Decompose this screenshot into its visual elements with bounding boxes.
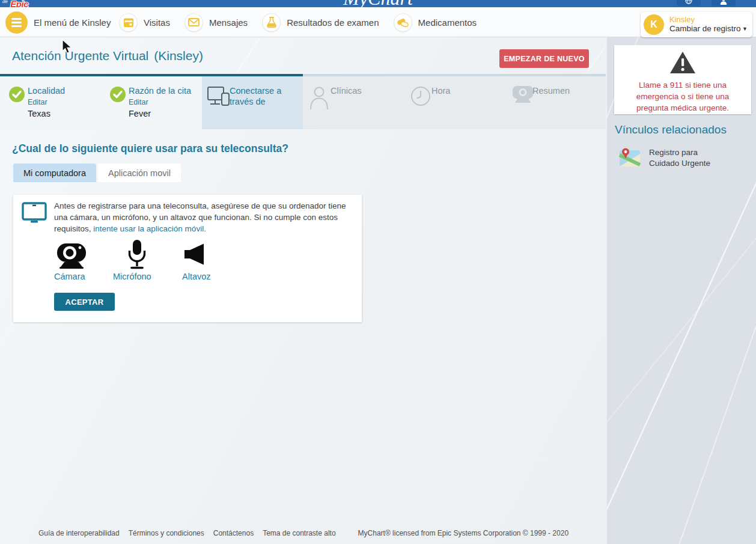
page-title-patient: (Kinsley): [154, 49, 203, 63]
avatar: K: [644, 14, 664, 35]
webcam-icon: [55, 243, 88, 269]
warning-triangle-icon: [669, 50, 697, 75]
tab-mi-computadora[interactable]: Mi computadora: [13, 164, 96, 182]
epic-logo: de Epic: [2, 0, 28, 7]
progress-bar-complete: [0, 74, 303, 76]
person-outline-icon: [309, 85, 329, 109]
menu-button[interactable]: [5, 11, 28, 34]
requirements-text: Antes de registrarse para una teleconsul…: [54, 200, 355, 234]
restart-button[interactable]: EMPEZAR DE NUEVO: [499, 49, 589, 68]
camera-label: Cámara: [54, 272, 85, 281]
progress-bar-remaining: [303, 74, 606, 76]
check-circle-icon: [109, 86, 126, 103]
main-content: Atención Urgente Virtual(Kinsley) EMPEZA…: [0, 37, 607, 544]
step-localidad: Localidad Editar Texas: [0, 76, 101, 129]
step-hora: Hora: [404, 76, 505, 129]
footer-link-contact[interactable]: Contáctenos: [213, 529, 254, 537]
related-links-title: Vínculos relacionados: [615, 123, 727, 136]
language-globe-button[interactable]: [677, 0, 701, 6]
flask-icon: [262, 13, 281, 32]
step-label: Localidad: [28, 85, 99, 96]
switch-record-label: Cambiar de registro: [669, 24, 741, 33]
person-icon: [718, 0, 730, 5]
microphone-label: Micrófono: [113, 272, 151, 281]
footer-link-terms[interactable]: Términos y condiciones: [129, 529, 204, 537]
user-switcher[interactable]: K Kinsley Cambiar de registro ▼: [641, 12, 752, 37]
step-label: Razón de la cita: [129, 85, 200, 96]
hamburger-icon: [11, 18, 22, 20]
tab-aplicacion-movil[interactable]: Aplicación movil: [98, 164, 181, 182]
emergency-warning-card: Llame a 911 si tiene una emergencia o si…: [614, 45, 751, 114]
microphone-icon: [126, 239, 148, 270]
step-label: Clínicas: [331, 85, 401, 96]
step-value: Fever: [129, 109, 200, 118]
footer-link-contrast[interactable]: Tema de contraste alto: [263, 529, 335, 537]
step-resumen: Resumen: [505, 76, 606, 129]
page-title: Atención Urgente Virtual(Kinsley): [12, 49, 203, 63]
nav-item-label: Resultados de examen: [287, 17, 379, 28]
related-link-label: Registro para Cuidado Urgente: [649, 146, 728, 169]
emergency-warning-text: Llame a 911 si tiene una emergencia o si…: [621, 79, 744, 114]
menu-label[interactable]: El menú de Kinsley: [34, 17, 111, 28]
related-link-registro[interactable]: Registro para Cuidado Urgente: [619, 146, 728, 169]
epic-logo-prefix: de: [2, 0, 8, 4]
mychart-app: de Epic MyChart El menú de Kinsley: [0, 0, 756, 544]
right-sidebar: Llame a 911 si tiene una emergencia o si…: [607, 37, 756, 544]
webcam-gray-icon: [511, 85, 535, 105]
nav-item-mensajes[interactable]: Mensajes: [184, 13, 248, 32]
envelope-icon: [184, 13, 203, 32]
step-label: Conectarse a través de: [230, 85, 300, 107]
nav-item-medicamentos[interactable]: Medicamentos: [394, 13, 477, 32]
user-name: Kinsley: [669, 15, 695, 24]
page-title-text: Atención Urgente Virtual: [12, 49, 148, 63]
step-razon: Razón de la cita Editar Fever: [101, 76, 202, 129]
nav-item-label: Visitas: [144, 17, 170, 28]
nav-item-label: Mensajes: [209, 17, 248, 28]
devices-icon: [207, 85, 231, 108]
accept-button[interactable]: ACEPTAR: [54, 293, 115, 311]
nav-item-label: Medicamentos: [418, 17, 477, 28]
globe-icon: [682, 0, 695, 5]
step-tracker: Localidad Editar Texas Razón de la cita …: [0, 76, 606, 129]
step-conectarse: Conectarse a través de: [202, 76, 303, 129]
footer-link-interoperability[interactable]: Guía de interoperabilidad: [38, 529, 120, 537]
step-value: Texas: [28, 109, 99, 118]
footer: Guía de interoperabilidad Términos y con…: [0, 529, 607, 537]
question-heading: ¿Cual de lo siguiente quiere usar para s…: [12, 142, 288, 155]
top-blue-bar: de Epic MyChart: [0, 0, 756, 7]
nav-item-visitas[interactable]: Visitas: [119, 13, 170, 32]
mobile-app-link[interactable]: intente usar la aplicación móvil.: [93, 224, 206, 233]
calendar-icon: [119, 13, 138, 32]
check-circle-icon: [8, 86, 25, 103]
nav-items: Visitas Mensajes: [119, 7, 477, 37]
connection-tabs: Mi computadora Aplicación movil: [13, 164, 181, 182]
main-navbar: El menú de Kinsley Visitas: [0, 7, 756, 37]
edit-link[interactable]: Editar: [28, 98, 99, 106]
nav-item-resultados[interactable]: Resultados de examen: [262, 13, 379, 32]
chevron-down-icon: ▼: [742, 26, 748, 32]
license-text: MyChart® licensed from Epic Systems Corp…: [358, 529, 569, 537]
clock-icon: [410, 85, 431, 107]
edit-link[interactable]: Editar: [129, 98, 200, 106]
speaker-icon: [183, 243, 207, 266]
map-icon: [619, 146, 641, 168]
speaker-label: Altavoz: [182, 272, 211, 281]
pills-icon: [394, 13, 412, 32]
epic-logo-word: Epic: [10, 0, 28, 7]
step-label: Resumen: [532, 85, 603, 96]
account-button[interactable]: [712, 0, 736, 6]
mychart-logo: MyChart: [343, 0, 413, 7]
monitor-icon: [22, 202, 47, 224]
step-label: Hora: [431, 85, 502, 96]
step-clinicas: Clínicas: [303, 76, 404, 129]
computer-requirements-card: Antes de registrarse para una teleconsul…: [13, 195, 362, 322]
